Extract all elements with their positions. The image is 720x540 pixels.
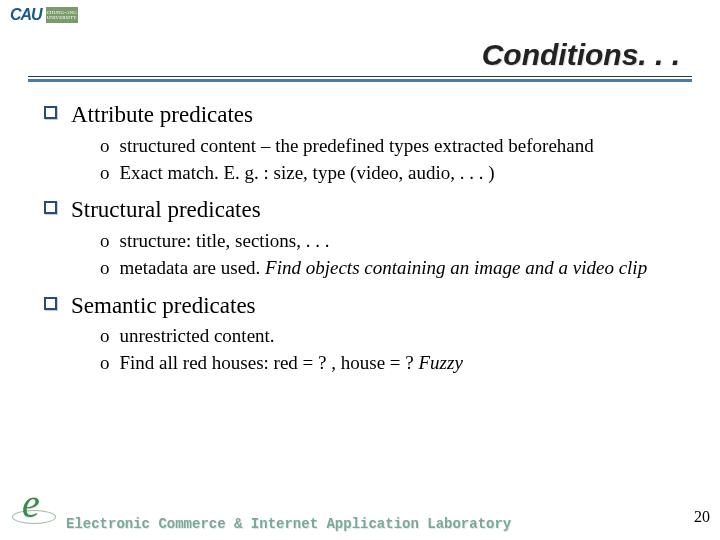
list-item: o structure: title, sections, . . . xyxy=(100,229,684,254)
logo-badge: CHUNG-ANG UNIVERSITY xyxy=(46,7,78,23)
square-bullet-icon xyxy=(44,201,57,214)
list-item: o structured content – the predefined ty… xyxy=(100,134,684,159)
slide-title: Conditions. . . xyxy=(0,24,720,76)
sub-list: o unrestricted content. o Find all red h… xyxy=(44,324,684,375)
list-item: o metadata are used. Find objects contai… xyxy=(100,256,684,281)
sub-list: o structure: title, sections, . . . o me… xyxy=(44,229,684,280)
list-item: o Exact match. E. g. : size, type (video… xyxy=(100,161,684,186)
bullet-structural-predicates: Structural predicates xyxy=(44,195,684,225)
e-logo-icon: e xyxy=(8,484,60,536)
sub-list: o structured content – the predefined ty… xyxy=(44,134,684,185)
footer: e Electronic Commerce & Internet Applica… xyxy=(0,484,720,536)
page-number: 20 xyxy=(694,508,710,526)
university-logo: CAU CHUNG-ANG UNIVERSITY xyxy=(10,6,78,24)
footer-text: Electronic Commerce & Internet Applicati… xyxy=(66,516,511,536)
bullet-attribute-predicates: Attribute predicates xyxy=(44,100,684,130)
content: Attribute predicates o structured conten… xyxy=(0,82,720,376)
square-bullet-icon xyxy=(44,106,57,119)
header: CAU CHUNG-ANG UNIVERSITY xyxy=(0,0,720,24)
bullet-semantic-predicates: Semantic predicates xyxy=(44,291,684,321)
list-item: o unrestricted content. xyxy=(100,324,684,349)
square-bullet-icon xyxy=(44,297,57,310)
list-item: o Find all red houses: red = ? , house =… xyxy=(100,351,684,376)
logo-text: CAU xyxy=(10,6,42,24)
